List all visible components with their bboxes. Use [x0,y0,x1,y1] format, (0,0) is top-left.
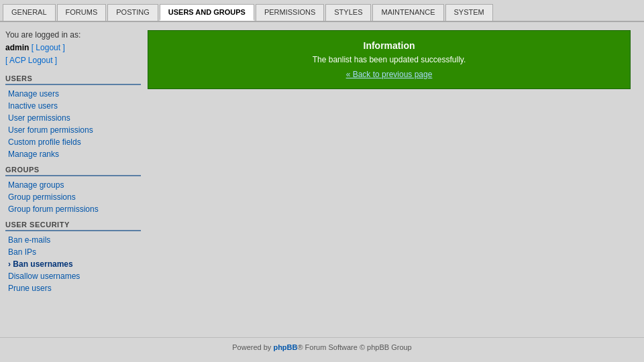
logout-link[interactable]: [ Logout ] [32,43,65,52]
tab-users-and-groups[interactable]: USERS AND GROUPS [160,4,254,21]
sidebar-item-group-forum-permissions[interactable]: Group forum permissions [5,203,141,215]
footer-powered-by: Powered by [232,343,273,351]
tab-forums[interactable]: FORUMS [57,4,107,21]
back-to-previous-link[interactable]: « Back to previous page [346,70,433,79]
tab-permissions[interactable]: PERMISSIONS [256,4,324,21]
sidebar-item-custom-profile-fields[interactable]: Custom profile fields [5,136,141,148]
tab-general[interactable]: GENERAL [3,4,56,21]
section-title-user-security: USER SECURITY [5,221,141,231]
sidebar-item-inactive-users[interactable]: Inactive users [5,100,141,112]
tab-maintenance[interactable]: MAINTENANCE [372,4,443,21]
sidebar-item-user-permissions[interactable]: User permissions [5,112,141,124]
acp-logout-link[interactable]: [ ACP Logout ] [5,56,57,65]
sidebar-item-ban-usernames[interactable]: Ban usernames [5,258,141,270]
sidebar-item-user-forum-permissions[interactable]: User forum permissions [5,124,141,136]
tab-system[interactable]: SYSTEM [445,4,493,21]
sidebar-item-disallow-usernames[interactable]: Disallow usernames [5,270,141,282]
tab-posting[interactable]: POSTING [107,4,158,21]
sidebar-item-manage-ranks[interactable]: Manage ranks [5,148,141,160]
footer-rest: ® Forum Software © phpBB Group [297,343,411,351]
section-title-users: USERS [5,74,141,85]
sidebar: You are logged in as: admin [ Logout ] [… [0,22,141,337]
main-layout: You are logged in as: admin [ Logout ] [… [0,22,644,337]
footer: Powered by phpBB® Forum Software © phpBB… [0,337,644,357]
info-box: Information The banlist has been updated… [148,30,631,89]
sidebar-item-ban-ips[interactable]: Ban IPs [5,246,141,258]
info-box-title: Information [159,40,619,51]
sidebar-item-prune-users[interactable]: Prune users [5,282,141,294]
section-title-groups: GROUPS [5,166,141,176]
tab-styles[interactable]: STYLES [325,4,371,21]
phpbb-link[interactable]: phpBB [273,343,297,351]
sidebar-item-group-permissions[interactable]: Group permissions [5,191,141,203]
sidebar-item-ban-emails[interactable]: Ban e-mails [5,234,141,246]
logged-in-label: You are logged in as: [5,30,80,40]
top-navigation: GENERAL FORUMS POSTING USERS AND GROUPS … [0,0,644,22]
sidebar-item-manage-groups[interactable]: Manage groups [5,179,141,191]
user-info: You are logged in as: admin [ Logout ] [… [5,29,141,68]
sidebar-item-manage-users[interactable]: Manage users [5,88,141,100]
username: admin [5,43,29,52]
main-content: Information The banlist has been updated… [141,22,644,337]
info-box-message: The banlist has been updated successfull… [159,55,619,64]
